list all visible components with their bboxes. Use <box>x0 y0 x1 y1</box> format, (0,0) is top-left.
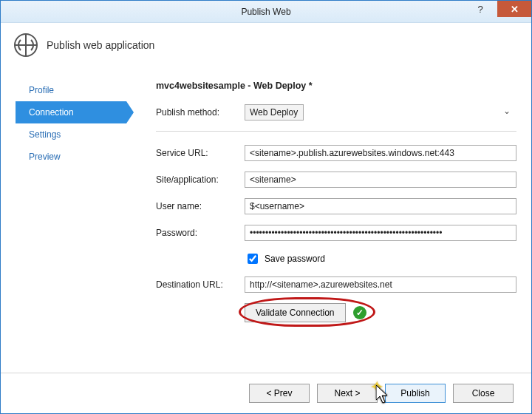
validate-row: Validate Connection ✓ <box>245 303 516 322</box>
globe-icon <box>14 33 38 57</box>
validate-connection-button[interactable]: Validate Connection <box>245 303 346 322</box>
dialog-footer: < Prev Next > Publish Close <box>1 373 531 413</box>
publish-button[interactable]: Publish <box>385 384 446 403</box>
window-controls: ? ✕ <box>463 1 531 17</box>
help-button[interactable]: ? <box>463 1 497 17</box>
wizard-nav: Profile Connection Settings Preview <box>16 72 126 373</box>
save-password-label: Save password <box>265 254 325 264</box>
profile-heading: mvc4websitesample - Web Deploy * <box>156 81 516 91</box>
success-check-icon: ✓ <box>353 306 366 319</box>
nav-connection[interactable]: Connection <box>16 101 126 123</box>
divider <box>156 131 516 132</box>
close-window-button[interactable]: ✕ <box>497 1 531 17</box>
nav-profile[interactable]: Profile <box>16 79 126 101</box>
publish-web-dialog: Publish Web ? ✕ Publish web application … <box>0 0 532 414</box>
username-label: User name: <box>156 201 245 211</box>
nav-preview[interactable]: Preview <box>16 146 126 168</box>
password-input[interactable] <box>245 225 516 241</box>
publish-method-select[interactable]: Web Deploy <box>245 104 304 121</box>
publish-method-label: Publish method: <box>156 107 245 118</box>
dialog-subtitle: Publish web application <box>47 39 154 51</box>
close-button[interactable]: Close <box>453 384 514 403</box>
service-url-input[interactable] <box>245 145 516 161</box>
next-button[interactable]: Next > <box>317 384 378 403</box>
service-url-label: Service URL: <box>156 148 245 158</box>
dialog-body: Profile Connection Settings Preview mvc4… <box>1 64 531 373</box>
save-password-checkbox[interactable] <box>248 254 258 264</box>
nav-settings[interactable]: Settings <box>16 123 126 146</box>
titlebar: Publish Web ? ✕ <box>1 1 531 23</box>
window-title: Publish Web <box>241 7 290 17</box>
connection-panel: mvc4websitesample - Web Deploy * Publish… <box>126 72 516 373</box>
password-label: Password: <box>156 228 245 238</box>
dialog-header: Publish web application <box>1 23 531 64</box>
destination-url-label: Destination URL: <box>156 279 245 290</box>
site-app-input[interactable] <box>245 172 516 188</box>
destination-url-input[interactable] <box>245 276 516 293</box>
prev-button[interactable]: < Prev <box>249 384 310 403</box>
username-input[interactable] <box>245 198 516 214</box>
site-app-label: Site/application: <box>156 174 245 185</box>
